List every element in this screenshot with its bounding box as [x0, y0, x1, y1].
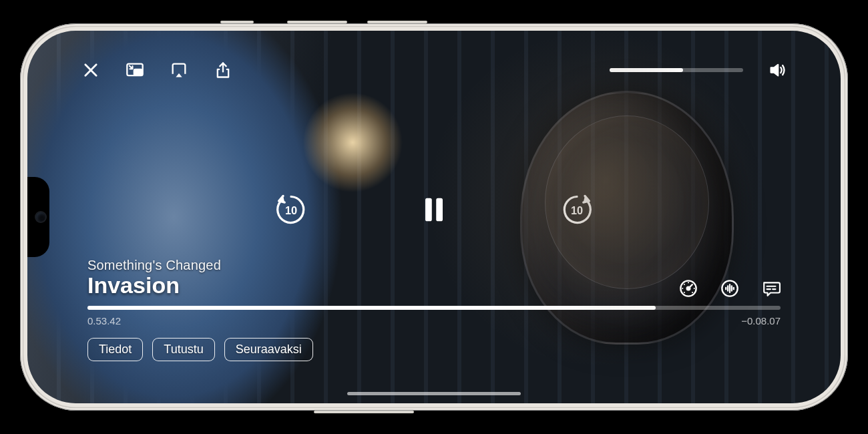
subtitles-icon[interactable] — [762, 279, 781, 298]
speaker-icon[interactable] — [767, 60, 787, 80]
close-button[interactable] — [81, 60, 101, 80]
svg-point-12 — [692, 292, 693, 293]
volume-slider[interactable] — [610, 68, 743, 72]
svg-point-9 — [694, 288, 695, 289]
progress-slider[interactable] — [87, 306, 781, 310]
svg-rect-4 — [436, 198, 443, 221]
playback-speed-icon[interactable] — [679, 279, 698, 298]
svg-point-13 — [684, 292, 685, 293]
time-elapsed: 0.53.42 — [87, 315, 121, 327]
tab-info[interactable]: Tiedot — [87, 338, 143, 361]
volume-fill — [610, 68, 683, 72]
tab-upnext[interactable]: Seuraavaksi — [224, 338, 313, 361]
pause-button[interactable] — [416, 192, 452, 228]
airplay-icon[interactable] — [169, 60, 189, 80]
svg-text:10: 10 — [571, 204, 583, 216]
tab-explore[interactable]: Tutustu — [152, 338, 214, 361]
skip-back-10-button[interactable]: 10 — [273, 192, 309, 228]
skip-forward-10-button[interactable]: 10 — [559, 192, 595, 228]
show-title: Invasion — [87, 273, 781, 298]
svg-text:10: 10 — [285, 204, 297, 216]
episode-title: Something's Changed — [87, 258, 781, 273]
svg-rect-3 — [425, 198, 432, 221]
svg-rect-1 — [134, 69, 142, 75]
pip-icon[interactable] — [125, 60, 145, 80]
side-hw-button — [314, 411, 414, 413]
audio-enhance-icon[interactable] — [720, 279, 739, 298]
home-indicator[interactable] — [347, 392, 521, 395]
video-player-screen: 10 10 — [27, 31, 841, 403]
ring-switch — [220, 21, 254, 23]
progress-fill — [87, 306, 656, 310]
svg-point-8 — [688, 282, 689, 284]
time-remaining: −0.08.07 — [741, 315, 781, 327]
svg-point-11 — [684, 284, 685, 285]
volume-up-hw-button — [287, 21, 347, 23]
iphone-frame: 10 10 — [20, 23, 848, 411]
svg-point-10 — [682, 288, 683, 289]
share-icon[interactable] — [213, 60, 233, 80]
player-overlay: 10 10 — [27, 31, 841, 403]
volume-down-hw-button — [367, 21, 427, 23]
